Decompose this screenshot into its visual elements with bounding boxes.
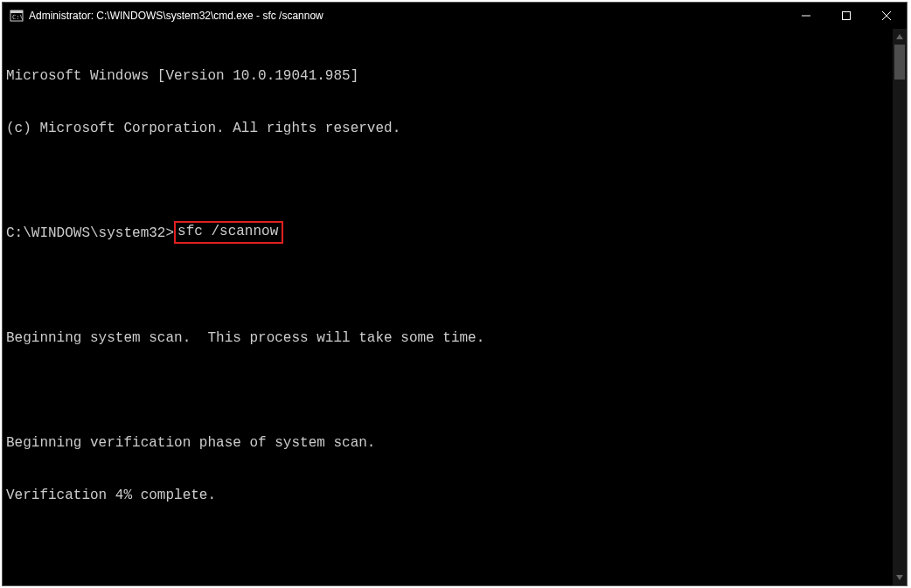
- scroll-down-arrow-icon[interactable]: [893, 570, 907, 585]
- terminal-output[interactable]: Microsoft Windows [Version 10.0.19041.98…: [3, 29, 893, 585]
- titlebar[interactable]: C:\ Administrator: C:\WINDOWS\system32\c…: [3, 3, 907, 29]
- output-blank: [6, 172, 893, 190]
- output-line: Microsoft Windows [Version 10.0.19041.98…: [6, 67, 893, 85]
- output-blank: [6, 382, 893, 399]
- command-highlight: sfc /scannow: [174, 221, 283, 244]
- window-title: Administrator: C:\WINDOWS\system32\cmd.e…: [29, 10, 323, 22]
- content-area: Microsoft Windows [Version 10.0.19041.98…: [3, 29, 907, 585]
- output-line: Beginning system scan. This process will…: [6, 329, 893, 347]
- maximize-button[interactable]: [826, 3, 866, 29]
- svg-marker-8: [896, 575, 903, 580]
- svg-rect-1: [10, 10, 23, 13]
- svg-marker-7: [896, 34, 903, 39]
- scroll-thumb[interactable]: [894, 45, 905, 80]
- prompt-text: C:\WINDOWS\system32>: [6, 225, 174, 242]
- window-controls: [786, 3, 907, 28]
- svg-text:C:\: C:\: [12, 14, 24, 21]
- command-text: sfc /scannow: [177, 224, 278, 239]
- minimize-button[interactable]: [786, 3, 826, 29]
- output-line: (c) Microsoft Corporation. All rights re…: [6, 120, 893, 137]
- prompt-line: C:\WINDOWS\system32>sfc /scannow: [6, 225, 893, 242]
- close-button[interactable]: [866, 3, 907, 29]
- output-blank: [6, 277, 893, 294]
- scroll-up-arrow-icon[interactable]: [893, 29, 907, 45]
- cmd-icon: C:\: [10, 9, 24, 23]
- svg-rect-4: [843, 12, 851, 20]
- scroll-track[interactable]: [893, 45, 907, 570]
- titlebar-left: C:\ Administrator: C:\WINDOWS\system32\c…: [10, 9, 323, 23]
- cmd-window: C:\ Administrator: C:\WINDOWS\system32\c…: [2, 2, 908, 586]
- output-line: Beginning verification phase of system s…: [6, 434, 893, 452]
- vertical-scrollbar[interactable]: [893, 29, 907, 585]
- output-line: Verification 4% complete.: [6, 487, 893, 504]
